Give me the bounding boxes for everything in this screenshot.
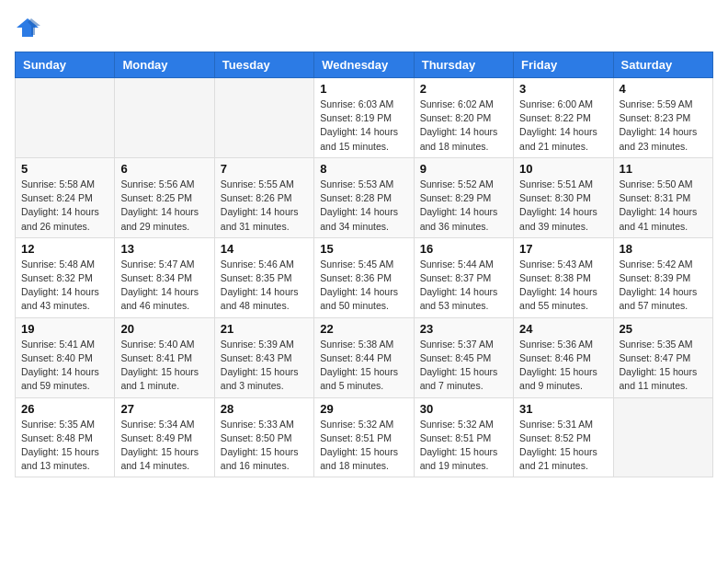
day-number: 18 [620,242,707,256]
weekday-header-monday: Monday [115,52,214,78]
day-info: Sunrise: 5:48 AM Sunset: 8:32 PM Dayligh… [21,258,108,314]
day-info: Sunrise: 5:52 AM Sunset: 8:29 PM Dayligh… [420,178,507,234]
day-info: Sunrise: 5:45 AM Sunset: 8:36 PM Dayligh… [320,258,407,314]
day-info: Sunrise: 5:50 AM Sunset: 8:31 PM Dayligh… [620,178,707,234]
weekday-header-tuesday: Tuesday [214,52,313,78]
day-number: 13 [120,242,208,256]
day-info: Sunrise: 5:35 AM Sunset: 8:47 PM Dayligh… [620,338,707,394]
day-info: Sunrise: 5:46 AM Sunset: 8:35 PM Dayligh… [221,258,308,314]
day-info: Sunrise: 5:47 AM Sunset: 8:34 PM Dayligh… [120,258,208,314]
calendar-week-2: 5Sunrise: 5:58 AM Sunset: 8:24 PM Daylig… [16,157,713,237]
calendar-cell: 23Sunrise: 5:37 AM Sunset: 8:45 PM Dayli… [414,317,513,397]
day-info: Sunrise: 5:44 AM Sunset: 8:37 PM Dayligh… [420,258,507,314]
day-number: 8 [320,162,407,176]
day-info: Sunrise: 5:41 AM Sunset: 8:40 PM Dayligh… [21,338,108,394]
calendar-cell: 29Sunrise: 5:32 AM Sunset: 8:51 PM Dayli… [314,397,414,477]
day-number: 4 [620,82,707,96]
calendar-cell: 8Sunrise: 5:53 AM Sunset: 8:28 PM Daylig… [314,157,414,237]
calendar-table: SundayMondayTuesdayWednesdayThursdayFrid… [15,52,713,477]
day-number: 23 [420,322,507,336]
calendar-cell: 10Sunrise: 5:51 AM Sunset: 8:30 PM Dayli… [514,157,613,237]
calendar-cell [613,397,712,477]
day-number: 2 [420,82,507,96]
day-info: Sunrise: 5:40 AM Sunset: 8:41 PM Dayligh… [120,338,208,394]
calendar-cell: 16Sunrise: 5:44 AM Sunset: 8:37 PM Dayli… [414,237,513,317]
day-number: 7 [221,162,308,176]
calendar-cell: 3Sunrise: 6:00 AM Sunset: 8:22 PM Daylig… [514,78,613,158]
calendar-cell [115,78,214,158]
calendar-cell: 30Sunrise: 5:32 AM Sunset: 8:51 PM Dayli… [414,397,513,477]
day-number: 24 [519,322,607,336]
day-info: Sunrise: 5:39 AM Sunset: 8:43 PM Dayligh… [221,338,308,394]
day-number: 28 [221,402,308,416]
calendar-cell: 13Sunrise: 5:47 AM Sunset: 8:34 PM Dayli… [115,237,214,317]
day-number: 26 [21,402,108,416]
day-info: Sunrise: 5:58 AM Sunset: 8:24 PM Dayligh… [21,178,108,234]
calendar-cell: 19Sunrise: 5:41 AM Sunset: 8:40 PM Dayli… [16,317,115,397]
day-number: 15 [320,242,407,256]
day-number: 31 [519,402,607,416]
day-number: 27 [120,402,208,416]
day-info: Sunrise: 5:34 AM Sunset: 8:49 PM Dayligh… [120,418,208,474]
day-info: Sunrise: 5:59 AM Sunset: 8:23 PM Dayligh… [620,98,707,154]
day-number: 20 [120,322,208,336]
weekday-header-thursday: Thursday [414,52,513,78]
day-info: Sunrise: 5:36 AM Sunset: 8:46 PM Dayligh… [519,338,607,394]
calendar-cell: 4Sunrise: 5:59 AM Sunset: 8:23 PM Daylig… [613,78,712,158]
day-number: 6 [120,162,208,176]
day-number: 10 [519,162,607,176]
day-info: Sunrise: 5:31 AM Sunset: 8:52 PM Dayligh… [519,418,607,474]
calendar-week-5: 26Sunrise: 5:35 AM Sunset: 8:48 PM Dayli… [16,397,713,477]
calendar-cell: 11Sunrise: 5:50 AM Sunset: 8:31 PM Dayli… [613,157,712,237]
calendar-cell: 7Sunrise: 5:55 AM Sunset: 8:26 PM Daylig… [214,157,313,237]
day-number: 1 [320,82,407,96]
calendar-cell: 26Sunrise: 5:35 AM Sunset: 8:48 PM Dayli… [16,397,115,477]
day-info: Sunrise: 6:02 AM Sunset: 8:20 PM Dayligh… [420,98,507,154]
day-info: Sunrise: 5:33 AM Sunset: 8:50 PM Dayligh… [221,418,308,474]
day-info: Sunrise: 6:03 AM Sunset: 8:19 PM Dayligh… [320,98,407,154]
day-number: 16 [420,242,507,256]
day-info: Sunrise: 5:38 AM Sunset: 8:44 PM Dayligh… [320,338,407,394]
calendar-cell: 20Sunrise: 5:40 AM Sunset: 8:41 PM Dayli… [115,317,214,397]
day-number: 19 [21,322,108,336]
calendar-cell: 9Sunrise: 5:52 AM Sunset: 8:29 PM Daylig… [414,157,513,237]
calendar-cell: 22Sunrise: 5:38 AM Sunset: 8:44 PM Dayli… [314,317,414,397]
day-info: Sunrise: 5:56 AM Sunset: 8:25 PM Dayligh… [120,178,208,234]
calendar-cell: 1Sunrise: 6:03 AM Sunset: 8:19 PM Daylig… [314,78,414,158]
day-info: Sunrise: 5:32 AM Sunset: 8:51 PM Dayligh… [320,418,407,474]
day-number: 11 [620,162,707,176]
day-info: Sunrise: 5:32 AM Sunset: 8:51 PM Dayligh… [420,418,507,474]
day-number: 29 [320,402,407,416]
calendar-cell [214,78,313,158]
calendar-cell: 6Sunrise: 5:56 AM Sunset: 8:25 PM Daylig… [115,157,214,237]
calendar-week-3: 12Sunrise: 5:48 AM Sunset: 8:32 PM Dayli… [16,237,713,317]
day-number: 12 [21,242,108,256]
day-info: Sunrise: 5:35 AM Sunset: 8:48 PM Dayligh… [21,418,108,474]
calendar-cell: 14Sunrise: 5:46 AM Sunset: 8:35 PM Dayli… [214,237,313,317]
weekday-header-sunday: Sunday [16,52,115,78]
logo-icon [15,15,40,40]
day-info: Sunrise: 5:37 AM Sunset: 8:45 PM Dayligh… [420,338,507,394]
calendar-header-row: SundayMondayTuesdayWednesdayThursdayFrid… [16,52,713,78]
calendar-cell: 31Sunrise: 5:31 AM Sunset: 8:52 PM Dayli… [514,397,613,477]
page-header [15,15,713,40]
calendar-cell: 15Sunrise: 5:45 AM Sunset: 8:36 PM Dayli… [314,237,414,317]
calendar-cell [16,78,115,158]
day-number: 21 [221,322,308,336]
logo [15,15,44,40]
day-info: Sunrise: 5:55 AM Sunset: 8:26 PM Dayligh… [221,178,308,234]
day-number: 3 [519,82,607,96]
day-info: Sunrise: 5:53 AM Sunset: 8:28 PM Dayligh… [320,178,407,234]
weekday-header-friday: Friday [514,52,613,78]
calendar-cell: 12Sunrise: 5:48 AM Sunset: 8:32 PM Dayli… [16,237,115,317]
calendar-cell: 25Sunrise: 5:35 AM Sunset: 8:47 PM Dayli… [613,317,712,397]
day-number: 25 [620,322,707,336]
day-number: 17 [519,242,607,256]
day-number: 5 [21,162,108,176]
calendar-cell: 28Sunrise: 5:33 AM Sunset: 8:50 PM Dayli… [214,397,313,477]
day-number: 22 [320,322,407,336]
weekday-header-saturday: Saturday [613,52,712,78]
day-info: Sunrise: 5:51 AM Sunset: 8:30 PM Dayligh… [519,178,607,234]
calendar-cell: 2Sunrise: 6:02 AM Sunset: 8:20 PM Daylig… [414,78,513,158]
day-info: Sunrise: 5:42 AM Sunset: 8:39 PM Dayligh… [620,258,707,314]
